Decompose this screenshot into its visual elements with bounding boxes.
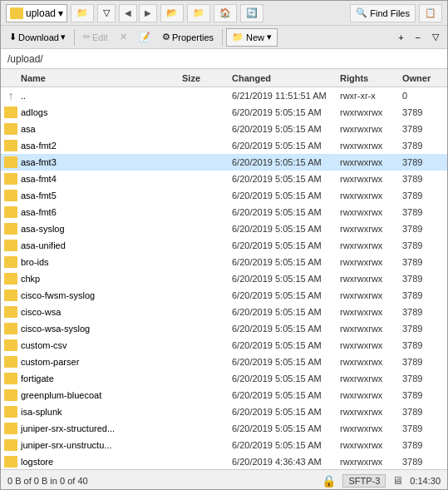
folder-icon <box>4 290 17 301</box>
file-name: cisco-wsa-syslog <box>4 323 182 334</box>
col-name-header[interactable]: Name <box>4 73 182 83</box>
properties-button[interactable]: ⚙ Properties <box>157 28 219 47</box>
table-row[interactable]: custom-csv6/20/2019 5:05:15 AMrwxrwxrwx3… <box>1 337 447 354</box>
file-name: juniper-srx-unstructu... <box>4 439 182 451</box>
file-name: asa-syslog <box>4 223 182 235</box>
file-name: custom-parser <box>4 356 182 368</box>
table-row[interactable]: asa-fmt26/20/2019 5:05:15 AMrwxrwxrwx378… <box>1 137 447 154</box>
upload-dropdown[interactable]: upload ▾ <box>6 4 67 22</box>
table-row[interactable]: isa-splunk6/20/2019 5:05:15 AMrwxrwxrwx3… <box>1 403 447 420</box>
file-changed: 6/20/2019 5:05:15 AM <box>232 157 340 167</box>
extra-btn[interactable]: 📋 <box>419 4 442 22</box>
folder-icon <box>4 339 17 351</box>
table-row[interactable]: ↑..6/21/2019 11:51:51 AMrwxr-xr-x0 <box>1 87 447 104</box>
file-changed: 6/20/2019 5:05:15 AM <box>232 357 340 367</box>
download-button[interactable]: ⬇ Download ▾ <box>4 28 71 47</box>
filter-btn[interactable]: ▽ <box>97 4 116 22</box>
table-row[interactable]: cisco-fwsm-syslog6/20/2019 5:05:15 AMrwx… <box>1 287 447 304</box>
file-changed: 6/20/2019 5:05:15 AM <box>232 224 340 234</box>
file-changed: 6/20/2019 5:05:15 AM <box>232 290 340 300</box>
col-rights-header[interactable]: Rights <box>340 73 402 83</box>
new-button[interactable]: 📁 New ▾ <box>226 28 278 47</box>
folder-icon <box>4 389 17 401</box>
table-row[interactable]: asa6/20/2019 5:05:15 AMrwxrwxrwx3789 <box>1 121 447 137</box>
file-rights: rwxrwxrwx <box>340 191 402 200</box>
edit-button[interactable]: ✏ Edit <box>78 28 113 47</box>
new-folder-icon: 📁 <box>232 32 244 42</box>
rename-button[interactable]: 📝 <box>134 28 155 47</box>
delete-button[interactable]: ✕ <box>115 28 132 47</box>
sftp-badge: SFTP-3 <box>342 474 386 488</box>
file-name: asa-fmt2 <box>4 140 182 151</box>
file-owner: 3789 <box>402 107 444 117</box>
table-row[interactable]: asa-fmt36/20/2019 5:05:15 AMrwxrwxrwx378… <box>1 154 447 171</box>
table-row[interactable]: juniper-srx-unstructu...6/20/2019 5:05:1… <box>1 437 447 453</box>
file-changed: 6/20/2019 5:05:15 AM <box>232 191 340 200</box>
lock-icon: 🔒 <box>322 474 336 488</box>
folder-btn1[interactable]: 📂 <box>160 4 184 22</box>
file-rights: rwxr-xr-x <box>340 91 402 101</box>
file-changed: 6/20/2019 5:05:15 AM <box>232 207 340 217</box>
col-owner-header[interactable]: Owner <box>402 73 444 83</box>
folder-icon3: 📁 <box>193 7 204 18</box>
table-row[interactable]: fortigate6/20/2019 5:05:15 AMrwxrwxrwx37… <box>1 370 447 387</box>
filter-icon: ▽ <box>103 7 110 18</box>
folder-icon <box>4 223 17 235</box>
file-rights: rwxrwxrwx <box>340 340 402 350</box>
table-row[interactable]: juniper-srx-structured...6/20/2019 5:05:… <box>1 420 447 437</box>
file-rights: rwxrwxrwx <box>340 107 402 117</box>
table-row[interactable]: cisco-wsa-syslog6/20/2019 5:05:15 AMrwxr… <box>1 320 447 337</box>
plus-btn[interactable]: + <box>393 28 408 47</box>
file-name: bro-ids <box>4 256 182 268</box>
folder-icon <box>4 123 17 135</box>
folder-icon <box>4 190 17 201</box>
file-owner: 3789 <box>402 207 444 217</box>
properties-icon: ⚙ <box>162 32 170 42</box>
table-row[interactable]: custom-parser6/20/2019 5:05:15 AMrwxrwxr… <box>1 354 447 370</box>
back-btn[interactable]: ◀ <box>119 4 137 22</box>
col-size-header[interactable]: Size <box>182 73 232 83</box>
file-owner: 3789 <box>402 257 444 267</box>
folder-icon <box>4 406 17 418</box>
table-row[interactable]: asa-fmt66/20/2019 5:05:15 AMrwxrwxrwx378… <box>1 204 447 220</box>
up-icon: ↑ <box>4 90 17 101</box>
table-row[interactable]: chkp6/20/2019 5:05:15 AMrwxrwxrwx3789 <box>1 270 447 287</box>
file-name: isa-splunk <box>4 406 182 418</box>
refresh-btn[interactable]: 🔄 <box>240 4 263 22</box>
time-display: 0:14:30 <box>410 476 441 486</box>
file-rights: rwxrwxrwx <box>340 457 402 467</box>
table-row[interactable]: asa-fmt56/20/2019 5:05:15 AMrwxrwxrwx378… <box>1 187 447 204</box>
file-rights: rwxrwxrwx <box>340 240 402 250</box>
folder-nav-btn[interactable]: 📁 <box>71 4 94 22</box>
file-rights: rwxrwxrwx <box>340 141 402 151</box>
table-row[interactable]: asa-syslog6/20/2019 5:05:15 AMrwxrwxrwx3… <box>1 220 447 237</box>
table-row[interactable]: greenplum-bluecoat6/20/2019 5:05:15 AMrw… <box>1 387 447 403</box>
file-owner: 3789 <box>402 307 444 317</box>
home-btn[interactable]: 🏠 <box>214 4 237 22</box>
file-changed: 6/20/2019 5:05:15 AM <box>232 107 340 117</box>
plus-icon: + <box>398 32 403 42</box>
filter2-btn[interactable]: ▽ <box>427 28 444 47</box>
folder-icon <box>4 439 17 451</box>
minus-btn[interactable]: − <box>411 28 426 47</box>
folder-icon <box>4 240 17 251</box>
table-row[interactable]: bro-ids6/20/2019 5:05:15 AMrwxrwxrwx3789 <box>1 254 447 270</box>
file-owner: 3789 <box>402 224 444 234</box>
table-row[interactable]: asa-fmt46/20/2019 5:05:15 AMrwxrwxrwx378… <box>1 171 447 187</box>
separator2 <box>222 29 223 46</box>
table-row[interactable]: logstore6/20/2019 4:36:43 AMrwxrwxrwx378… <box>1 453 447 469</box>
find-files-button[interactable]: 🔍 Find Files <box>350 4 416 22</box>
file-rights: rwxrwxrwx <box>340 407 402 417</box>
table-row[interactable]: adlogs6/20/2019 5:05:15 AMrwxrwxrwx3789 <box>1 104 447 121</box>
col-changed-header[interactable]: Changed <box>232 73 340 83</box>
file-list-area[interactable]: Name Size Changed Rights Owner ↑..6/21/2… <box>1 69 447 469</box>
forward-btn[interactable]: ▶ <box>139 4 157 22</box>
folder-btn2[interactable]: 📁 <box>187 4 210 22</box>
file-rights: rwxrwxrwx <box>340 124 402 134</box>
file-changed: 6/20/2019 5:05:15 AM <box>232 340 340 350</box>
table-row[interactable]: asa-unified6/20/2019 5:05:15 AMrwxrwxrwx… <box>1 237 447 254</box>
file-name: custom-csv <box>4 339 182 351</box>
table-row[interactable]: cisco-wsa6/20/2019 5:05:15 AMrwxrwxrwx37… <box>1 304 447 320</box>
file-owner: 3789 <box>402 191 444 200</box>
file-owner: 3789 <box>402 390 444 400</box>
